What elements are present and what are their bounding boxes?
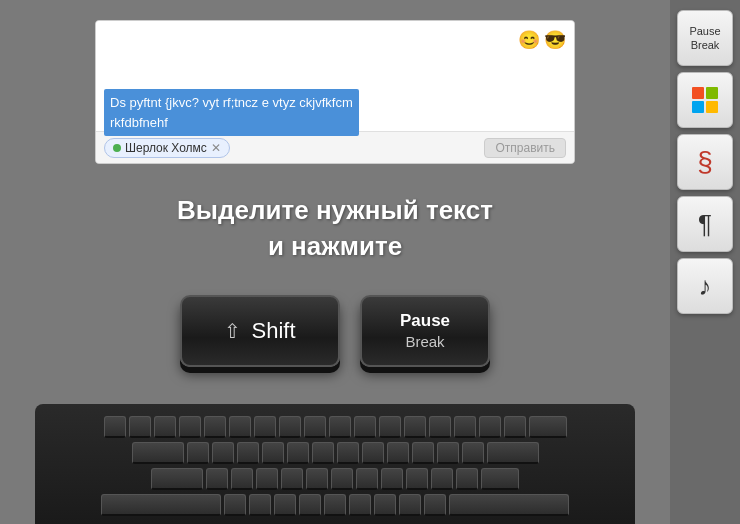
kb-row-3 xyxy=(45,468,625,490)
kb-key xyxy=(354,416,376,438)
windows-logo-icon xyxy=(692,87,718,113)
kb-key xyxy=(306,468,328,490)
kb-key xyxy=(237,442,259,464)
shift-arrow-icon: ⇧ xyxy=(224,319,241,343)
kb-key xyxy=(249,494,271,516)
keyboard-area xyxy=(35,404,635,524)
kb-key xyxy=(429,416,451,438)
chat-body: 😊 😎 Ds pyftnt {jkvc? vyt rf;tncz e vtyz … xyxy=(96,21,574,131)
kb-key xyxy=(331,468,353,490)
kb-key xyxy=(256,468,278,490)
pause-key-label: Pause xyxy=(400,310,450,332)
keyboard-visual xyxy=(35,404,635,524)
online-indicator xyxy=(113,144,121,152)
kb-key xyxy=(224,494,246,516)
chat-tag: Шерлок Холмс ✕ xyxy=(104,138,230,158)
kb-key xyxy=(374,494,396,516)
sidebar-music-button[interactable]: ♪ xyxy=(677,258,733,314)
chat-selected-text: Ds pyftnt {jkvc? vyt rf;tncz e vtyz ckjv… xyxy=(104,89,359,136)
kb-key xyxy=(279,416,301,438)
kb-key xyxy=(187,442,209,464)
sidebar-pause-break-button[interactable]: Pause Break xyxy=(677,10,733,66)
kb-key xyxy=(229,416,251,438)
main-content: 😊 😎 Ds pyftnt {jkvc? vyt rf;tncz e vtyz … xyxy=(0,0,670,524)
kb-row-4 xyxy=(45,494,625,516)
kb-key xyxy=(204,416,226,438)
music-note-icon: ♪ xyxy=(699,271,712,302)
win-quad-red xyxy=(692,87,704,99)
chat-window: 😊 😎 Ds pyftnt {jkvc? vyt rf;tncz e vtyz … xyxy=(95,20,575,164)
send-button[interactable]: Отправить xyxy=(484,138,566,158)
kb-key xyxy=(206,468,228,490)
kb-key xyxy=(387,442,409,464)
kb-key xyxy=(529,416,567,438)
kb-key xyxy=(379,416,401,438)
instruction-line1: Выделите нужный текст xyxy=(177,192,493,228)
kb-key xyxy=(406,468,428,490)
sidebar-section-button[interactable]: § xyxy=(677,134,733,190)
kb-key xyxy=(104,416,126,438)
kb-key xyxy=(287,442,309,464)
kb-key xyxy=(179,416,201,438)
win-quad-green xyxy=(706,87,718,99)
kb-key xyxy=(487,442,539,464)
kb-key xyxy=(254,416,276,438)
kb-key xyxy=(381,468,403,490)
kb-key xyxy=(481,468,519,490)
sidebar-pause-label: Pause xyxy=(689,24,720,38)
sidebar: Pause Break § ¶ ♪ xyxy=(670,0,740,524)
kb-key xyxy=(462,442,484,464)
pause-break-key[interactable]: Pause Break xyxy=(360,295,490,367)
instruction-line2: и нажмите xyxy=(177,228,493,264)
kb-key xyxy=(479,416,501,438)
win-quad-yellow xyxy=(706,101,718,113)
kb-key xyxy=(504,416,526,438)
kb-key xyxy=(129,416,151,438)
break-key-label: Break xyxy=(405,332,444,352)
kb-key xyxy=(151,468,203,490)
kb-key xyxy=(281,468,303,490)
kb-key xyxy=(262,442,284,464)
sidebar-paragraph-button[interactable]: ¶ xyxy=(677,196,733,252)
kb-key xyxy=(154,416,176,438)
win-quad-blue xyxy=(692,101,704,113)
kb-key xyxy=(324,494,346,516)
emoji-cool: 😎 xyxy=(544,29,566,51)
kb-key xyxy=(349,494,371,516)
kb-key xyxy=(274,494,296,516)
kb-key xyxy=(456,468,478,490)
kb-key xyxy=(231,468,253,490)
kb-key xyxy=(424,494,446,516)
shift-key-label: Shift xyxy=(251,318,295,344)
kb-key xyxy=(454,416,476,438)
emoji-row: 😊 😎 xyxy=(518,29,566,51)
shift-key[interactable]: ⇧ Shift xyxy=(180,295,340,367)
kb-key xyxy=(356,468,378,490)
chat-tag-close-icon[interactable]: ✕ xyxy=(211,141,221,155)
keys-row: ⇧ Shift Pause Break xyxy=(180,295,490,367)
section-symbol-icon: § xyxy=(697,146,713,178)
kb-key xyxy=(329,416,351,438)
kb-key xyxy=(304,416,326,438)
kb-key xyxy=(404,416,426,438)
kb-key xyxy=(399,494,421,516)
kb-key xyxy=(337,442,359,464)
kb-key xyxy=(412,442,434,464)
sidebar-break-label: Break xyxy=(691,38,720,52)
kb-key xyxy=(132,442,184,464)
kb-key xyxy=(449,494,569,516)
paragraph-symbol-icon: ¶ xyxy=(698,209,712,240)
kb-row-1 xyxy=(45,416,625,438)
kb-key xyxy=(101,494,221,516)
emoji-smile: 😊 xyxy=(518,29,540,51)
kb-key xyxy=(299,494,321,516)
sidebar-windows-button[interactable] xyxy=(677,72,733,128)
kb-key xyxy=(437,442,459,464)
kb-key xyxy=(362,442,384,464)
kb-key xyxy=(212,442,234,464)
chat-contact-name: Шерлок Холмс xyxy=(125,141,207,155)
kb-row-2 xyxy=(45,442,625,464)
instruction-text: Выделите нужный текст и нажмите xyxy=(177,192,493,265)
kb-key xyxy=(312,442,334,464)
kb-key xyxy=(431,468,453,490)
